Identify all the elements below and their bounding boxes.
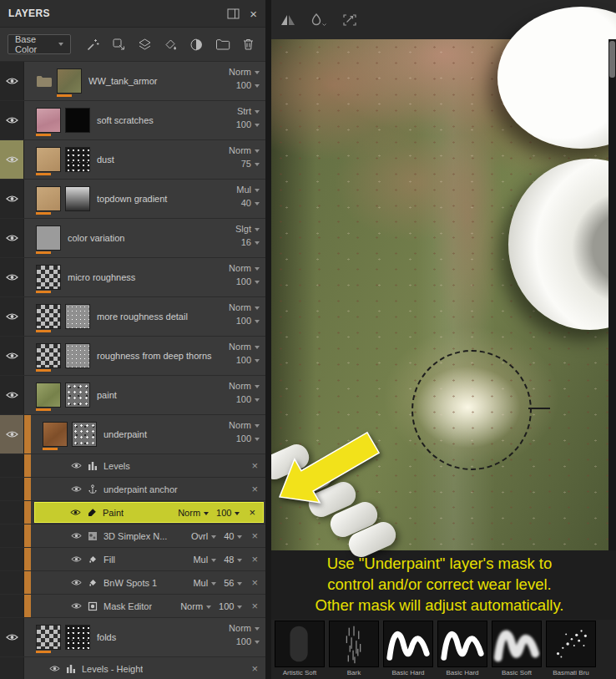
opacity-selector[interactable]: 48	[224, 555, 242, 565]
brush-preset[interactable]: Basic Hard	[437, 621, 487, 679]
blend-mode-selector[interactable]: Slgt	[235, 224, 260, 234]
instantiate-icon[interactable]	[112, 38, 126, 52]
effect-row[interactable]: FillMul48×	[0, 548, 265, 571]
layer-thumbnail[interactable]	[43, 422, 68, 447]
visibility-toggle-icon[interactable]	[71, 462, 82, 469]
layer-row[interactable]: color variationSlgt16	[0, 219, 265, 258]
layer-thumbnail[interactable]	[36, 265, 61, 290]
remove-effect-button[interactable]: ×	[251, 577, 258, 588]
blend-mode-selector[interactable]: Norm	[180, 601, 211, 611]
visibility-toggle-icon[interactable]	[71, 602, 82, 610]
layer-thumbnails[interactable]	[36, 304, 90, 329]
layer-thumbnails[interactable]	[36, 265, 61, 290]
viewport-scrollbar[interactable]	[608, 39, 616, 550]
visibility-toggle-icon[interactable]	[70, 509, 81, 516]
opacity-selector[interactable]: 100	[219, 601, 242, 611]
mask-thumbnail[interactable]	[65, 383, 90, 408]
layer-thumbnail[interactable]	[36, 186, 61, 211]
layer-thumbnails[interactable]	[36, 625, 90, 650]
layer-thumbnails[interactable]	[36, 68, 82, 94]
opacity-selector[interactable]: 100	[236, 119, 260, 129]
visibility-toggle-icon[interactable]	[71, 485, 82, 493]
brush-preset[interactable]: Basic Soft	[492, 621, 542, 679]
opacity-selector[interactable]: 100	[236, 636, 260, 646]
effect-row[interactable]: Levels - Height×	[0, 657, 265, 679]
brush-preset[interactable]: Bark	[329, 621, 379, 679]
layer-thumbnails[interactable]	[36, 147, 90, 172]
visibility-toggle-icon[interactable]	[0, 337, 24, 375]
opacity-selector[interactable]: 100	[236, 394, 260, 404]
panel-divider[interactable]	[265, 0, 271, 679]
visibility-toggle-icon[interactable]	[0, 297, 24, 336]
effect-row[interactable]: BnW Spots 1Mul56×	[0, 571, 265, 595]
remove-effect-button[interactable]: ×	[251, 460, 258, 471]
smart-material-icon[interactable]	[189, 38, 204, 52]
trash-icon[interactable]	[242, 38, 255, 51]
layer-row[interactable]: topdown gradientMul40	[0, 180, 265, 219]
blend-mode-selector[interactable]: Norm	[229, 302, 260, 312]
opacity-selector[interactable]: 100	[236, 316, 260, 326]
layer-row[interactable]: micro roughnessNorm100	[0, 258, 265, 297]
opacity-selector[interactable]: 56	[224, 578, 242, 588]
close-panel-icon[interactable]: ×	[250, 8, 257, 20]
opacity-selector[interactable]: 40	[241, 198, 260, 208]
mask-thumbnail[interactable]	[65, 304, 90, 329]
effect-row[interactable]: Mask EditorNorm100×	[0, 595, 265, 618]
effect-item[interactable]: BnW Spots 1Mul56×	[31, 571, 265, 594]
visibility-toggle-icon[interactable]	[0, 219, 24, 257]
visibility-toggle-icon[interactable]	[0, 376, 24, 414]
effect-item[interactable]: FillMul48×	[31, 548, 265, 570]
layer-row[interactable]: WW_tank_armorNorm100	[0, 62, 265, 101]
visibility-toggle-icon[interactable]	[71, 555, 82, 563]
channel-dropdown[interactable]: Base Color	[8, 34, 71, 54]
layer-row[interactable]: paintNorm100	[0, 376, 265, 415]
effect-row[interactable]: underpaint anchor×	[0, 478, 265, 501]
visibility-toggle-icon[interactable]	[0, 258, 24, 296]
blend-mode-selector[interactable]: Norm	[229, 263, 260, 273]
opacity-selector[interactable]: 100	[236, 355, 260, 365]
effect-item[interactable]: Levels - Height×	[24, 657, 265, 679]
layer-row[interactable]: underpaintNorm100	[0, 415, 265, 454]
remove-effect-button[interactable]: ×	[251, 663, 258, 674]
layer-thumbnail[interactable]	[36, 343, 61, 368]
effect-item[interactable]: Levels×	[31, 454, 265, 477]
mask-thumbnail[interactable]	[65, 186, 90, 211]
visibility-toggle-icon[interactable]	[71, 532, 82, 540]
opacity-selector[interactable]: 75	[241, 159, 260, 169]
brush-preset[interactable]: Basmati Bru	[546, 621, 596, 679]
layer-thumbnail[interactable]	[36, 383, 61, 408]
blend-mode-selector[interactable]: Norm	[229, 623, 260, 633]
layer-thumbnail[interactable]	[36, 225, 61, 251]
mask-thumbnail[interactable]	[72, 422, 97, 447]
add-folder-icon[interactable]	[215, 38, 230, 51]
opacity-selector[interactable]: 100	[236, 433, 260, 443]
brush-preset[interactable]: Artistic Soft	[275, 621, 325, 679]
effect-item[interactable]: underpaint anchor×	[31, 478, 265, 500]
opacity-selector[interactable]: 100	[216, 508, 240, 518]
brush-thumbnail[interactable]	[546, 621, 596, 667]
layer-thumbnails[interactable]	[36, 225, 61, 251]
opacity-selector[interactable]: 40	[224, 531, 242, 541]
blend-mode-selector[interactable]: Norm	[229, 420, 260, 430]
layer-thumbnails[interactable]	[36, 108, 90, 133]
layer-thumbnails[interactable]	[43, 422, 97, 447]
fill-layer-icon[interactable]	[138, 38, 152, 52]
bucket-icon[interactable]	[164, 38, 178, 52]
remove-effect-button[interactable]: ×	[251, 600, 258, 611]
blend-mode-selector[interactable]: Norm	[229, 381, 260, 391]
layer-thumbnail[interactable]	[36, 625, 61, 650]
layer-thumbnails[interactable]	[36, 186, 90, 211]
viewport-3d[interactable]: Use "Underpaint" layer's mask to control…	[271, 0, 616, 679]
blend-mode-selector[interactable]: Norm	[229, 342, 260, 352]
visibility-toggle-icon[interactable]	[49, 665, 60, 672]
layer-thumbnails[interactable]	[36, 383, 90, 408]
effect-item[interactable]: 3D Simplex N...Ovrl40×	[31, 524, 265, 547]
physics-drop-icon[interactable]	[310, 13, 328, 28]
layer-row[interactable]: roughness from deep thornsNorm100	[0, 337, 265, 376]
effect-row[interactable]: 3D Simplex N...Ovrl40×	[0, 524, 265, 548]
layer-row[interactable]: soft scratchesStrt100	[0, 101, 265, 140]
layer-thumbnail[interactable]	[36, 147, 61, 172]
brush-thumbnail[interactable]	[492, 621, 542, 667]
effect-item[interactable]: Mask EditorNorm100×	[31, 595, 265, 617]
mask-thumbnail[interactable]	[65, 343, 90, 368]
